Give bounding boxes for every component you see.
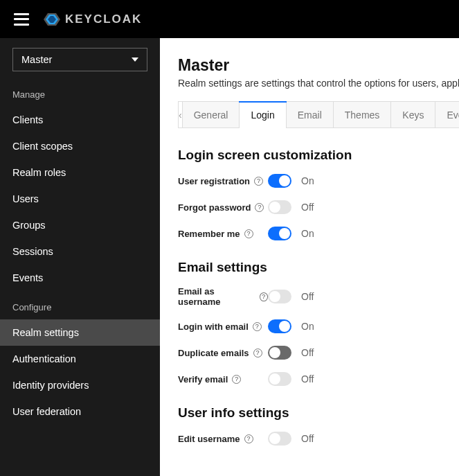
sidebar-item-users[interactable]: Users xyxy=(0,186,160,212)
setting-label: User registration xyxy=(178,176,250,186)
setting-label: Edit username xyxy=(178,434,240,444)
toggle-state: On xyxy=(301,321,314,332)
toggle-state: Off xyxy=(301,202,314,213)
setting-row-edit-username: Edit username ? Off xyxy=(178,432,459,446)
setting-row-duplicate-emails: Duplicate emails ? Off xyxy=(178,346,459,360)
sidebar-section-label: Manage xyxy=(0,78,160,107)
sidebar-item-clients[interactable]: Clients xyxy=(0,107,160,133)
tabstrip: ‹ General Login Email Themes Keys Events xyxy=(178,101,459,128)
toggle-state: On xyxy=(301,175,314,186)
setting-row-login-with-email: Login with email ? On xyxy=(178,319,459,333)
help-icon[interactable]: ? xyxy=(254,177,263,186)
toggle-verify-email[interactable] xyxy=(268,372,291,386)
help-icon[interactable]: ? xyxy=(260,292,268,301)
page-subtitle: Realm settings are settings that control… xyxy=(178,78,459,89)
section-heading: Email settings xyxy=(178,260,459,275)
toggle-remember-me[interactable] xyxy=(268,227,291,240)
sidebar-item-identity-providers[interactable]: Identity providers xyxy=(0,372,160,398)
toggle-duplicate-emails xyxy=(268,346,291,360)
sidebar-item-events[interactable]: Events xyxy=(0,265,160,291)
setting-label: Login with email xyxy=(178,321,249,332)
page-title: Master xyxy=(178,56,459,75)
section-login-customization: Login screen customization User registra… xyxy=(178,148,459,240)
sidebar: Master Manage Clients Client scopes Real… xyxy=(0,38,160,476)
topbar: KEYCLOAK xyxy=(0,0,459,38)
sidebar-item-realm-roles[interactable]: Realm roles xyxy=(0,159,160,186)
sidebar-item-realm-settings[interactable]: Realm settings xyxy=(0,319,160,346)
toggle-email-as-username[interactable] xyxy=(268,290,291,303)
setting-row-remember-me: Remember me ? On xyxy=(178,227,459,240)
section-user-info-settings: User info settings Edit username ? Off xyxy=(178,405,459,446)
help-icon[interactable]: ? xyxy=(253,349,262,358)
help-icon[interactable]: ? xyxy=(244,434,253,443)
section-heading: Login screen customization xyxy=(178,148,459,163)
tab-scroll-left-button[interactable]: ‹ xyxy=(178,101,183,127)
tab-general[interactable]: General xyxy=(183,101,240,127)
brand-name: KEYCLOAK xyxy=(65,12,142,26)
section-heading: User info settings xyxy=(178,405,459,421)
toggle-state: Off xyxy=(301,291,314,302)
toggle-state: Off xyxy=(301,433,314,444)
tab-keys[interactable]: Keys xyxy=(391,101,435,127)
sidebar-item-client-scopes[interactable]: Client scopes xyxy=(0,133,160,159)
setting-row-verify-email: Verify email ? Off xyxy=(178,372,459,386)
section-email-settings: Email settings Email as username ? Off L… xyxy=(178,260,459,386)
help-icon[interactable]: ? xyxy=(232,375,241,384)
chevron-left-icon: ‹ xyxy=(179,109,182,121)
sidebar-item-user-federation[interactable]: User federation xyxy=(0,398,160,425)
setting-label: Remember me xyxy=(178,229,240,239)
help-icon[interactable]: ? xyxy=(255,203,264,212)
realm-selector-value: Master xyxy=(21,54,52,65)
sidebar-item-sessions[interactable]: Sessions xyxy=(0,238,160,265)
toggle-edit-username[interactable] xyxy=(268,432,291,446)
sidebar-item-groups[interactable]: Groups xyxy=(0,212,160,238)
toggle-state: Off xyxy=(301,373,314,385)
nav-toggle-button[interactable] xyxy=(14,13,29,26)
sidebar-section-label: Configure xyxy=(0,291,160,319)
keycloak-logo-icon xyxy=(43,10,61,28)
brand-logo: KEYCLOAK xyxy=(43,10,142,28)
toggle-state: Off xyxy=(301,347,314,358)
chevron-down-icon xyxy=(132,58,138,62)
tab-email[interactable]: Email xyxy=(287,101,334,127)
toggle-state: On xyxy=(301,228,314,239)
help-icon[interactable]: ? xyxy=(244,229,253,238)
toggle-login-with-email[interactable] xyxy=(268,319,291,333)
sidebar-item-authentication[interactable]: Authentication xyxy=(0,346,160,372)
setting-row-user-registration: User registration ? On xyxy=(178,174,459,188)
setting-row-forgot-password: Forgot password ? Off xyxy=(178,200,459,214)
help-icon[interactable]: ? xyxy=(253,322,262,331)
main-content: Master Realm settings are settings that … xyxy=(160,38,459,476)
toggle-forgot-password[interactable] xyxy=(268,200,291,214)
tab-events[interactable]: Events xyxy=(435,101,459,127)
toggle-user-registration[interactable] xyxy=(268,174,291,188)
setting-label: Verify email xyxy=(178,374,228,385)
setting-row-email-as-username: Email as username ? Off xyxy=(178,286,459,307)
setting-label: Forgot password xyxy=(178,202,251,213)
setting-label: Email as username xyxy=(178,286,255,307)
tab-login[interactable]: Login xyxy=(240,101,286,127)
setting-label: Duplicate emails xyxy=(178,348,249,358)
tab-themes[interactable]: Themes xyxy=(334,101,392,127)
realm-selector[interactable]: Master xyxy=(12,48,147,71)
